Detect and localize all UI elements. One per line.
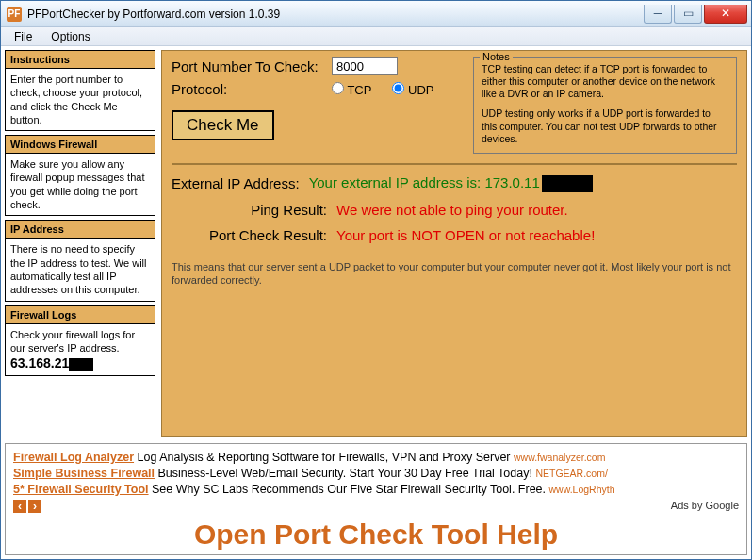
ad-nav: ‹ › Ads by Google bbox=[13, 500, 739, 513]
radio-udp[interactable]: UDP bbox=[392, 82, 433, 97]
form-column: Port Number To Check: Protocol: TCP UDP … bbox=[172, 57, 462, 154]
ad-row-1: Firewall Log Analyzer Log Analysis & Rep… bbox=[13, 451, 739, 464]
protocol-row: Protocol: TCP UDP bbox=[172, 81, 462, 97]
sidebar-logs-body: Check your firewall logs for our server'… bbox=[6, 324, 155, 376]
ad-url-3[interactable]: www.LogRhyth bbox=[548, 484, 614, 495]
notes-p2: UDP testing only works if a UDP port is … bbox=[482, 107, 728, 144]
upper-area: Instructions Enter the port number to ch… bbox=[5, 50, 747, 437]
notes-p1: TCP testing can detect if a TCP port is … bbox=[482, 63, 728, 100]
sidebar-ip: IP Address There is no need to specify t… bbox=[5, 220, 155, 301]
help-heading: Open Port Check Tool Help bbox=[13, 519, 739, 551]
ads-by-label: Ads by Google bbox=[671, 500, 739, 511]
sidebar-firewall: Windows Firewall Make sure you allow any… bbox=[5, 135, 155, 216]
result-explanation: This means that our server sent a UDP pa… bbox=[172, 260, 737, 288]
ad-link-1[interactable]: Firewall Log Analyzer bbox=[13, 451, 134, 464]
sidebar: Instructions Enter the port number to ch… bbox=[5, 50, 155, 437]
port-check-label: Port Check Result: bbox=[172, 227, 336, 243]
notes-box: Notes TCP testing can detect if a TCP po… bbox=[473, 57, 737, 154]
ping-label: Ping Result: bbox=[172, 202, 336, 218]
divider bbox=[172, 163, 737, 165]
ad-text-3: See Why SC Labs Recommends Our Five Star… bbox=[149, 483, 549, 496]
port-label: Port Number To Check: bbox=[172, 58, 332, 74]
row-port-check: Port Check Result: Your port is NOT OPEN… bbox=[172, 227, 737, 243]
content-area: Instructions Enter the port number to ch… bbox=[1, 46, 751, 559]
ads-area: Firewall Log Analyzer Log Analysis & Rep… bbox=[5, 443, 747, 555]
external-ip-value: Your external IP address is: 173.0.11 bbox=[309, 174, 593, 192]
minimize-button[interactable]: ─ bbox=[644, 5, 672, 24]
window-title: PFPortChecker by Portforward.com version… bbox=[27, 8, 642, 21]
check-me-button[interactable]: Check Me bbox=[172, 110, 274, 140]
app-window: PF PFPortChecker by Portforward.com vers… bbox=[0, 0, 752, 560]
ad-text-1: Log Analysis & Reporting Software for Fi… bbox=[134, 451, 514, 464]
sidebar-logs-ip: 63.168.21 bbox=[10, 355, 69, 371]
protocol-label: Protocol: bbox=[172, 81, 332, 97]
ad-url-2[interactable]: NETGEAR.com/ bbox=[535, 468, 607, 479]
sidebar-firewall-body: Make sure you allow any firewall popup m… bbox=[6, 154, 155, 215]
external-ip-label: External IP Address: bbox=[172, 175, 309, 191]
row-ping: Ping Result: We were not able to ping yo… bbox=[172, 202, 737, 218]
port-input[interactable] bbox=[332, 57, 398, 75]
radio-tcp-label: TCP bbox=[347, 83, 371, 97]
ad-url-1[interactable]: www.fwanalyzer.com bbox=[514, 452, 605, 463]
sidebar-ip-body: There is no need to specify the IP addre… bbox=[6, 239, 155, 300]
radio-tcp-input[interactable] bbox=[332, 82, 344, 94]
radio-tcp[interactable]: TCP bbox=[332, 82, 371, 97]
maximize-button[interactable]: ▭ bbox=[674, 5, 702, 24]
ad-prev-icon[interactable]: ‹ bbox=[13, 500, 26, 513]
port-check-value: Your port is NOT OPEN or not reachable! bbox=[336, 227, 595, 243]
close-button[interactable]: ✕ bbox=[704, 5, 747, 24]
external-ip-text: Your external IP address is: 173.0.11 bbox=[309, 174, 540, 190]
port-row: Port Number To Check: bbox=[172, 57, 462, 75]
main-panel: Port Number To Check: Protocol: TCP UDP … bbox=[161, 50, 747, 437]
title-bar: PF PFPortChecker by Portforward.com vers… bbox=[1, 1, 751, 27]
ad-row-3: 5* Firewall Security Tool See Why SC Lab… bbox=[13, 483, 739, 496]
notes-legend: Notes bbox=[480, 51, 513, 64]
sidebar-ip-title: IP Address bbox=[6, 221, 155, 239]
top-row: Port Number To Check: Protocol: TCP UDP … bbox=[172, 57, 737, 154]
sidebar-firewall-title: Windows Firewall bbox=[6, 136, 155, 154]
radio-udp-input[interactable] bbox=[392, 82, 404, 94]
ad-link-2[interactable]: Simple Business Firewall bbox=[13, 467, 155, 480]
window-buttons: ─ ▭ ✕ bbox=[642, 5, 747, 24]
sidebar-instructions: Instructions Enter the port number to ch… bbox=[5, 50, 155, 131]
ping-value: We were not able to ping your router. bbox=[336, 202, 568, 218]
app-icon: PF bbox=[7, 7, 22, 22]
sidebar-logs: Firewall Logs Check your firewall logs f… bbox=[5, 305, 155, 377]
menu-file[interactable]: File bbox=[5, 28, 41, 45]
radio-udp-label: UDP bbox=[408, 83, 433, 97]
ad-text-2: Business-Level Web/Email Security. Start… bbox=[155, 467, 535, 480]
menu-options[interactable]: Options bbox=[41, 28, 99, 45]
redacted-box bbox=[69, 358, 93, 371]
menu-bar: File Options bbox=[1, 27, 751, 46]
sidebar-logs-title: Firewall Logs bbox=[6, 306, 155, 324]
ad-link-3[interactable]: 5* Firewall Security Tool bbox=[13, 483, 149, 496]
ad-next-icon[interactable]: › bbox=[28, 500, 41, 513]
sidebar-instructions-title: Instructions bbox=[6, 51, 155, 69]
ad-row-2: Simple Business Firewall Business-Level … bbox=[13, 467, 739, 480]
sidebar-logs-text: Check your firewall logs for our server'… bbox=[10, 329, 135, 354]
row-external-ip: External IP Address: Your external IP ad… bbox=[172, 174, 737, 192]
sidebar-instructions-body: Enter the port number to check, choose y… bbox=[6, 69, 155, 130]
redacted-box-ip bbox=[542, 175, 593, 192]
